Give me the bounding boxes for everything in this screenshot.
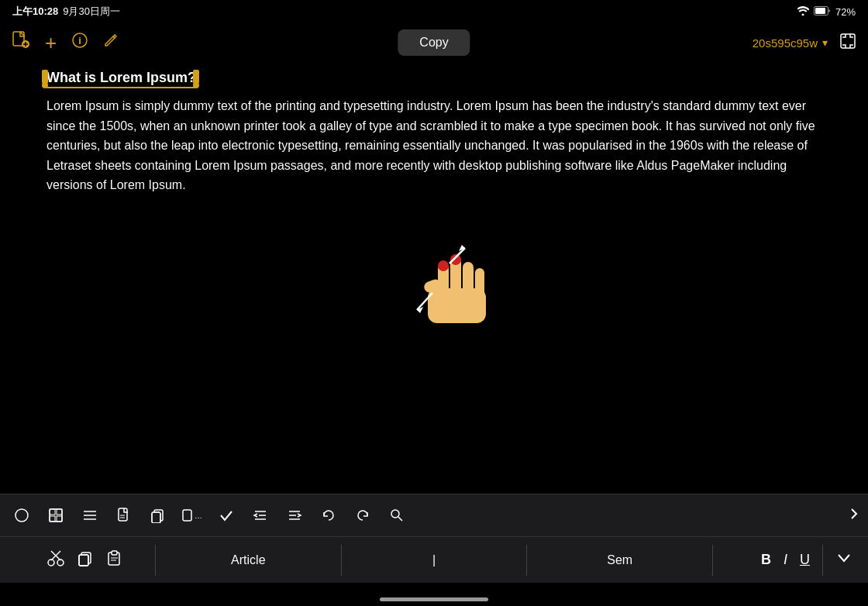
- kb-doc-icon[interactable]: [108, 500, 140, 531]
- status-right: 72%: [797, 6, 856, 18]
- info-icon[interactable]: i: [72, 33, 88, 53]
- doc-id-chevron[interactable]: ▾: [822, 36, 828, 49]
- bottom-row: Article | Sem B I U: [0, 536, 868, 583]
- svg-rect-49: [79, 555, 88, 566]
- svg-rect-6: [841, 34, 855, 48]
- svg-point-14: [450, 254, 461, 265]
- kb-copy-icon[interactable]: [143, 500, 174, 531]
- gesture-illustration: [372, 217, 496, 341]
- svg-point-19: [16, 509, 28, 522]
- kb-ellipsis-copy-icon[interactable]: …: [177, 500, 208, 531]
- kb-redo-icon[interactable]: [347, 500, 378, 531]
- status-date: 9月30日周一: [63, 5, 120, 19]
- bottom-sem-label: Sem: [527, 553, 712, 567]
- kb-lines-icon[interactable]: [74, 500, 105, 531]
- svg-rect-32: [152, 512, 160, 523]
- kb-check-icon[interactable]: [211, 500, 242, 531]
- svg-rect-1: [815, 8, 825, 14]
- kb-search-icon[interactable]: [381, 500, 412, 531]
- status-time: 上午10:28: [12, 5, 58, 19]
- bottom-format-icons: B I U: [713, 545, 868, 576]
- selection-cursor-left: [42, 70, 48, 84]
- svg-rect-34: [183, 510, 191, 521]
- kb-circle-icon[interactable]: [6, 500, 37, 531]
- sem-label: Sem: [607, 553, 632, 567]
- svg-point-44: [48, 560, 54, 566]
- doc-id-area: 20s595c95w ▾: [753, 33, 856, 53]
- svg-point-13: [438, 260, 449, 271]
- kb-square-icon[interactable]: [40, 500, 71, 531]
- italic-button[interactable]: I: [784, 552, 787, 568]
- doc-body: Lorem Ipsum is simply dummy text of the …: [46, 96, 822, 195]
- status-bar: 上午10:28 9月30日周一 72%: [0, 0, 868, 23]
- svg-rect-20: [50, 509, 62, 522]
- kb-undo-icon[interactable]: [313, 500, 344, 531]
- battery-percent: 72%: [835, 6, 856, 18]
- bottom-article-label: Article: [156, 553, 341, 567]
- bold-button[interactable]: B: [761, 552, 771, 568]
- doc-id: 20s595c95w: [753, 36, 818, 50]
- format-separator: [822, 545, 823, 576]
- keyboard-toolbar: …: [0, 494, 868, 536]
- top-toolbar: + i Copy 20s595c95w ▾: [0, 23, 868, 62]
- cut-icon[interactable]: [47, 549, 64, 570]
- add-icon[interactable]: +: [45, 31, 57, 55]
- svg-rect-12: [428, 288, 486, 323]
- copy-button[interactable]: Copy: [398, 29, 470, 56]
- bottom-pipe-label: |: [342, 553, 527, 567]
- svg-rect-28: [119, 508, 127, 521]
- keyboard-hide-button[interactable]: [835, 549, 852, 570]
- expand-icon[interactable]: [840, 33, 856, 53]
- svg-line-43: [398, 517, 402, 521]
- pipe-label: |: [432, 553, 436, 567]
- bottom-edit-icons: [0, 549, 155, 570]
- kb-indent-right-icon[interactable]: [279, 500, 310, 531]
- svg-text:i: i: [78, 35, 81, 46]
- pen-icon[interactable]: [103, 33, 119, 53]
- copy-bottom-icon[interactable]: [77, 549, 94, 570]
- svg-rect-52: [112, 551, 117, 555]
- article-label: Article: [231, 553, 265, 567]
- wifi-icon: [797, 6, 809, 18]
- battery-icon: [814, 6, 831, 18]
- home-indicator: [380, 597, 488, 601]
- underline-button[interactable]: U: [800, 552, 810, 568]
- selection-cursor-right: [193, 70, 199, 84]
- gesture-svg: [372, 217, 496, 341]
- doc-title: What is Lorem Ipsum?: [46, 70, 196, 88]
- svg-point-45: [57, 560, 64, 566]
- kb-indent-left-icon[interactable]: [245, 500, 276, 531]
- kb-expand-icon[interactable]: [846, 506, 862, 525]
- new-doc-icon[interactable]: [12, 31, 29, 54]
- svg-point-42: [391, 510, 399, 518]
- svg-text:…: …: [195, 511, 202, 520]
- paste-icon[interactable]: [106, 549, 123, 570]
